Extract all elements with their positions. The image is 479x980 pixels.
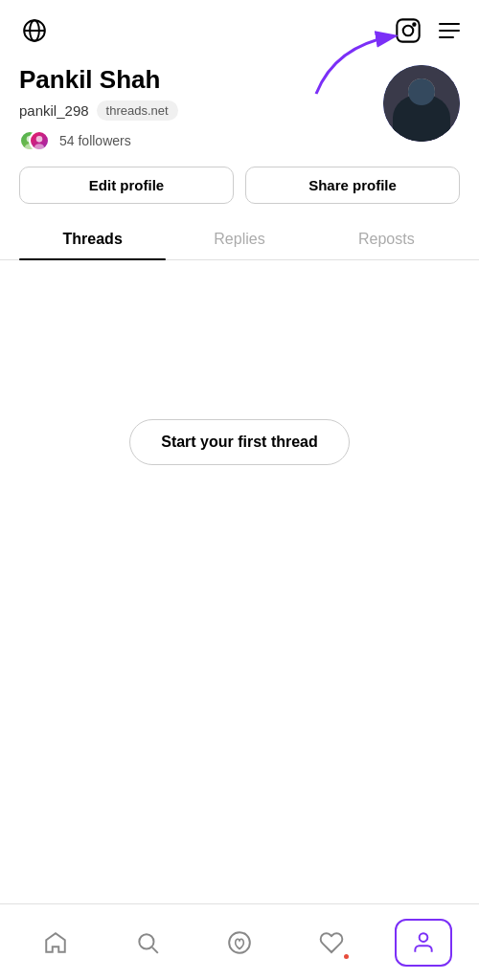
svg-point-5 <box>413 23 415 25</box>
svg-point-17 <box>229 932 250 953</box>
content-area: Start your first thread <box>0 260 479 624</box>
svg-point-12 <box>408 78 435 105</box>
menu-icon[interactable] <box>439 23 460 38</box>
top-right-icons <box>393 15 460 46</box>
share-profile-button[interactable]: Share profile <box>245 167 460 204</box>
profile-buttons: Edit profile Share profile <box>0 167 479 219</box>
globe-icon[interactable] <box>19 15 50 46</box>
bottom-nav <box>0 903 479 980</box>
svg-line-16 <box>152 947 158 952</box>
nav-profile[interactable] <box>395 919 452 967</box>
svg-point-15 <box>139 934 153 948</box>
svg-rect-11 <box>383 65 460 142</box>
svg-point-10 <box>34 144 44 149</box>
profile-name: Pankil Shah <box>19 65 383 95</box>
follower-avatars <box>19 130 44 151</box>
svg-rect-3 <box>397 19 419 41</box>
profile-username-row: pankil_298 threads.net <box>19 100 383 121</box>
svg-point-9 <box>36 136 43 143</box>
tabs-bar: Threads Replies Reposts <box>0 219 479 260</box>
profile-info: Pankil Shah pankil_298 threads.net 54 fo… <box>19 65 383 167</box>
tab-threads[interactable]: Threads <box>19 219 166 259</box>
profile-section: Pankil Shah pankil_298 threads.net 54 fo… <box>0 54 479 167</box>
followers-count: 54 followers <box>59 133 131 148</box>
svg-point-13 <box>400 115 443 142</box>
edit-profile-button[interactable]: Edit profile <box>19 167 234 204</box>
avatar <box>383 65 460 142</box>
svg-rect-14 <box>408 98 435 126</box>
tab-reposts[interactable]: Reposts <box>313 219 460 259</box>
top-bar <box>0 0 479 54</box>
threads-badge[interactable]: threads.net <box>97 100 178 121</box>
follower-avatar-2 <box>29 130 50 151</box>
nav-compose[interactable] <box>211 919 268 967</box>
avatar-inner <box>383 65 460 142</box>
username-text: pankil_298 <box>19 102 89 119</box>
nav-search[interactable] <box>119 919 176 967</box>
followers-row[interactable]: 54 followers <box>19 130 383 151</box>
svg-point-18 <box>420 933 428 942</box>
tab-replies[interactable]: Replies <box>166 219 312 259</box>
nav-home[interactable] <box>27 919 84 967</box>
activity-badge <box>344 954 349 959</box>
instagram-icon[interactable] <box>393 15 423 46</box>
nav-activity[interactable] <box>303 919 360 967</box>
svg-point-4 <box>403 26 414 36</box>
start-thread-button[interactable]: Start your first thread <box>129 419 350 465</box>
